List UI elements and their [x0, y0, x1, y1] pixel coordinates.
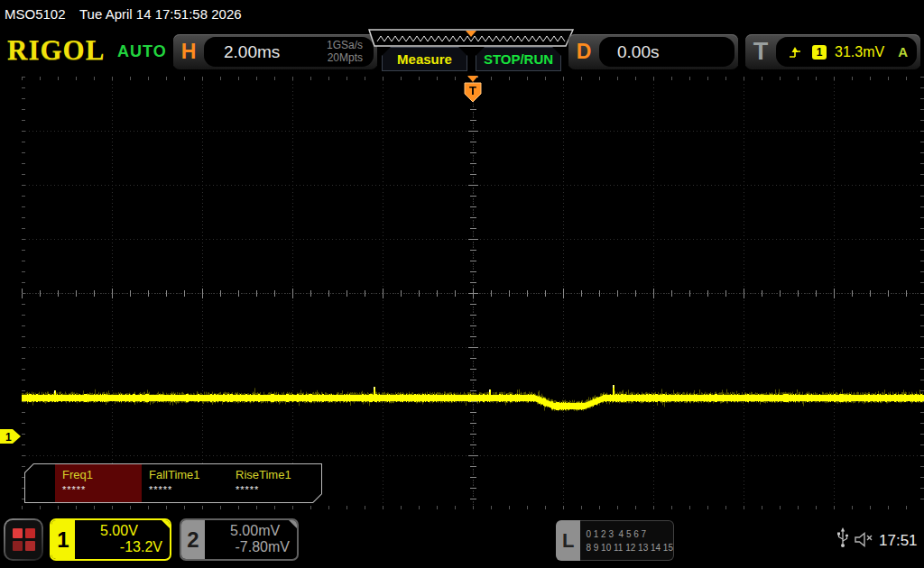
trigger-menu-button[interactable]: T 1 31.3mV A: [745, 34, 920, 69]
oscilloscope-screen: MSO5102 Tue April 14 17:51:58 2026 RIGOL…: [0, 0, 924, 568]
date-time: Tue April 14 17:51:58 2026: [79, 6, 242, 22]
clock-display: 17:51: [879, 532, 918, 550]
menu-square: [25, 528, 35, 538]
delay-label: D: [568, 40, 599, 64]
trigger-level-value: 31.3mV: [835, 44, 884, 60]
svg-text:T: T: [469, 84, 476, 97]
timebase-value: 2.00ms: [204, 42, 280, 62]
delay-value: 0.00s: [599, 42, 659, 62]
measurement-panel-lead: [25, 464, 55, 502]
menu-square: [25, 541, 35, 551]
trigger-source-badge: 1: [812, 45, 827, 60]
channel2-scale: 5.00mV: [230, 523, 280, 539]
horizontal-pill: 2.00ms 1GSa/s 20Mpts: [204, 37, 374, 67]
status-bar: MSO5102 Tue April 14 17:51:58 2026: [0, 0, 924, 27]
svg-text:1: 1: [5, 431, 12, 444]
main-menu-button[interactable]: [4, 518, 43, 561]
channel1-offset: -13.2V: [80, 539, 162, 555]
badge-corner-notch: [162, 520, 170, 528]
stop-run-button[interactable]: STOP/RUN: [476, 47, 561, 71]
delay-menu-button[interactable]: D 0.00s: [568, 34, 738, 69]
menu-grid-icon: [5, 520, 42, 559]
logic-label: L: [556, 520, 580, 561]
menu-square: [13, 541, 23, 551]
measurement-item-freq1[interactable]: Freq1 *****: [55, 464, 142, 502]
channel1-number: 1: [51, 520, 75, 559]
rising-edge-icon: [789, 46, 801, 59]
badge-corner-notch: [289, 520, 297, 528]
logic-row-2: 8 9 10 11 12 13 14 15: [586, 541, 673, 554]
trigger-position-triangle: [467, 76, 478, 82]
trigger-shield-icon: T: [464, 82, 482, 104]
trigger-label: T: [745, 38, 776, 66]
usb-icon: [836, 527, 849, 548]
waveform-preview-strip[interactable]: [368, 29, 574, 47]
rigol-logo: RIGOL: [7, 34, 105, 67]
logic-channels-badge[interactable]: L 0 1 2 3 4 5 6 7 8 9 10 11 12 13 14 15: [556, 520, 674, 561]
horizontal-menu-button[interactable]: H 2.00ms 1GSa/s 20Mpts: [173, 34, 377, 69]
speaker-muted-icon[interactable]: [855, 532, 876, 547]
sample-rate-depth: 1GSa/s 20Mpts: [327, 40, 374, 65]
channel1-badge[interactable]: 1 5.00V -13.2V: [50, 518, 171, 561]
trigger-pill: 1 31.3mV A: [776, 37, 917, 67]
menu-square: [13, 528, 23, 538]
logic-channel-list: 0 1 2 3 4 5 6 7 8 9 10 11 12 13 14 15: [580, 520, 674, 561]
measurement-item-risetime1[interactable]: RiseTime1 *****: [228, 464, 315, 502]
channel2-number: 2: [181, 520, 205, 559]
channel1-scale: 5.00V: [100, 523, 138, 539]
channel2-badge[interactable]: 2 5.00mV -7.80mV: [180, 518, 299, 561]
logic-row-1: 0 1 2 3 4 5 6 7: [586, 527, 673, 541]
measurement-panel: Freq1 ***** FallTime1 ***** RiseTime1 **…: [24, 463, 322, 503]
measure-button[interactable]: Measure: [382, 47, 467, 71]
channel2-offset: -7.80mV: [210, 539, 290, 555]
horizontal-label: H: [173, 40, 204, 64]
graticule-display: [22, 77, 924, 509]
channel1-ground-marker[interactable]: 1: [0, 429, 22, 444]
model-name: MSO5102: [5, 6, 66, 22]
sample-rate: 1GSa/s: [327, 39, 363, 51]
measurement-item-falltime1[interactable]: FallTime1 *****: [142, 464, 228, 502]
memory-depth: 20Mpts: [328, 51, 363, 64]
trigger-mode-indicator: A: [898, 44, 917, 60]
acquisition-mode-label: AUTO: [117, 42, 167, 61]
trigger-position-marker[interactable]: T: [462, 76, 484, 105]
delay-pill: 0.00s: [599, 37, 735, 67]
